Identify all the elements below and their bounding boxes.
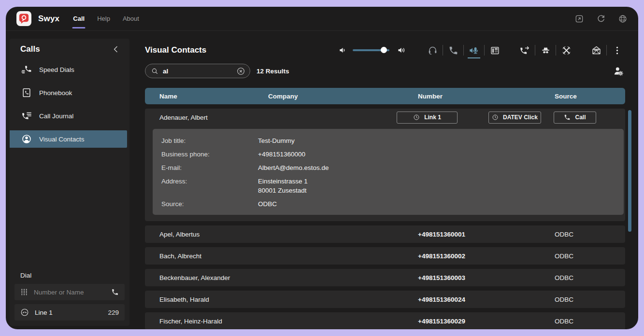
table-row[interactable]: Fischer, Heinz-Harald +498151360029 ODBC bbox=[145, 312, 625, 329]
person-gear-icon[interactable] bbox=[613, 65, 624, 77]
dial-input[interactable] bbox=[34, 289, 105, 296]
contact-details: Job title: Test-Dummy Business phone: +4… bbox=[153, 129, 624, 215]
volume-down-icon[interactable] bbox=[338, 45, 348, 55]
dial-call-icon[interactable] bbox=[111, 288, 119, 296]
features-disabled-icon[interactable] bbox=[558, 43, 574, 57]
results-count: 12 Results bbox=[257, 68, 289, 75]
detail-value: AlbertA@demo.estos.de bbox=[258, 163, 619, 172]
dial-input-row bbox=[14, 284, 125, 300]
menu-item-about[interactable]: About bbox=[123, 7, 139, 30]
dial-label: Dial bbox=[20, 272, 129, 279]
sidebar-item-label: Phonebook bbox=[39, 89, 72, 97]
detail-label: Source: bbox=[161, 199, 258, 209]
call-button[interactable]: Call bbox=[554, 112, 596, 124]
table-row[interactable]: Elisabeth, Harald +498151360024 ODBC bbox=[145, 291, 625, 308]
audio-controls bbox=[338, 43, 625, 57]
device-toolbar bbox=[424, 43, 625, 57]
incognito-icon[interactable] bbox=[537, 43, 554, 57]
detail-label: Job title: bbox=[161, 136, 258, 145]
main-header: Visual Contacts bbox=[145, 39, 625, 62]
menu-item-help[interactable]: Help bbox=[97, 7, 110, 30]
app-window: Swyx Call Help About bbox=[6, 7, 638, 329]
sidebar-item-label: Speed Dials bbox=[39, 66, 74, 73]
line-label: Line 1 bbox=[35, 309, 53, 316]
deskphone-icon[interactable] bbox=[487, 43, 503, 57]
dialpad-icon[interactable] bbox=[20, 288, 28, 296]
sidebar-title: Calls bbox=[20, 44, 40, 54]
refresh-icon[interactable] bbox=[596, 14, 606, 24]
detail-label: E-mail: bbox=[161, 163, 258, 172]
detail-value: +498151360000 bbox=[258, 150, 619, 159]
sidebar-item-label: Call Journal bbox=[39, 112, 73, 120]
voicemail-icon[interactable] bbox=[588, 43, 604, 57]
table-row[interactable]: Apel, Albertus +498151360001 ODBC bbox=[145, 225, 625, 243]
speed-dials-icon bbox=[21, 64, 32, 75]
sidebar-item-speed-dials[interactable]: Speed Dials bbox=[10, 58, 129, 81]
active-underline bbox=[72, 27, 86, 28]
swyx-logo-icon bbox=[16, 11, 31, 26]
sidebar: Calls Speed Dials bbox=[10, 39, 129, 326]
table-row-expanded[interactable]: Adenauer, Albert Link 1 DATEV Click bbox=[145, 109, 625, 126]
clock-icon bbox=[492, 114, 499, 121]
search-input[interactable] bbox=[163, 68, 232, 75]
content-area: Calls Speed Dials bbox=[6, 31, 638, 329]
sidebar-item-call-journal[interactable]: Call Journal bbox=[10, 104, 129, 127]
sidebar-item-phonebook[interactable]: Phonebook bbox=[10, 81, 129, 104]
search-row: 12 Results bbox=[145, 62, 625, 80]
column-header-number[interactable]: Number bbox=[418, 93, 555, 100]
line-phone-icon bbox=[20, 308, 29, 317]
detail-value: ODBC bbox=[258, 199, 619, 209]
brand-name: Swyx bbox=[38, 14, 59, 24]
visual-contacts-icon bbox=[21, 134, 32, 144]
globe-icon[interactable] bbox=[618, 14, 628, 24]
detail-label: Address: bbox=[161, 177, 258, 195]
search-box[interactable] bbox=[145, 64, 250, 78]
chevron-left-icon[interactable] bbox=[111, 44, 121, 54]
contact-name: Adenauer, Albert bbox=[145, 114, 208, 121]
sidebar-item-visual-contacts[interactable]: Visual Contacts bbox=[10, 130, 127, 148]
page-title: Visual Contacts bbox=[145, 45, 206, 55]
phonebook-icon bbox=[21, 87, 32, 98]
column-header-source[interactable]: Source bbox=[555, 93, 625, 100]
handset-icon[interactable] bbox=[445, 43, 461, 57]
column-header-company[interactable]: Company bbox=[268, 93, 418, 100]
column-header-name[interactable]: Name bbox=[145, 93, 268, 100]
main-panel: Visual Contacts bbox=[135, 39, 633, 326]
clock-icon bbox=[413, 114, 420, 121]
expanded-contact-card: Adenauer, Albert Link 1 DATEV Click bbox=[145, 109, 625, 221]
clear-search-icon[interactable] bbox=[236, 67, 245, 76]
top-bar: Swyx Call Help About bbox=[6, 7, 638, 31]
detail-value: Einsteinstrasse 1 80001 Zusestadt bbox=[258, 177, 619, 195]
line-number: 229 bbox=[108, 309, 119, 316]
phone-icon bbox=[564, 114, 571, 121]
more-menu-icon[interactable] bbox=[609, 43, 625, 57]
call-forward-icon[interactable] bbox=[516, 43, 533, 57]
link1-button[interactable]: Link 1 bbox=[397, 112, 458, 124]
table-row[interactable]: Beckenbauer, Alexander +498151360003 ODB… bbox=[145, 269, 625, 286]
volume-up-icon[interactable] bbox=[397, 45, 407, 55]
menu-item-call[interactable]: Call bbox=[73, 7, 85, 30]
sidebar-item-label: Visual Contacts bbox=[39, 136, 85, 143]
headset-icon[interactable] bbox=[424, 43, 441, 57]
table-row[interactable]: Bach, Albrecht +498151360002 ODBC bbox=[145, 247, 625, 265]
popout-icon[interactable] bbox=[574, 14, 584, 24]
detail-value: Test-Dummy bbox=[258, 136, 619, 145]
detail-label: Business phone: bbox=[161, 150, 258, 159]
vertical-scrollbar[interactable] bbox=[628, 110, 631, 232]
datev-click-button[interactable]: DATEV Click bbox=[488, 112, 541, 124]
window-controls bbox=[574, 14, 631, 24]
search-icon bbox=[151, 67, 159, 75]
call-journal-icon bbox=[21, 111, 32, 121]
main-menu: Call Help About bbox=[73, 7, 139, 30]
volume-slider-thumb[interactable] bbox=[381, 47, 387, 53]
line-row[interactable]: Line 1 229 bbox=[14, 304, 125, 321]
table-header: Name Company Number Source bbox=[145, 88, 625, 104]
volume-slider[interactable] bbox=[353, 47, 389, 54]
speaker-mic-icon[interactable] bbox=[466, 43, 482, 57]
